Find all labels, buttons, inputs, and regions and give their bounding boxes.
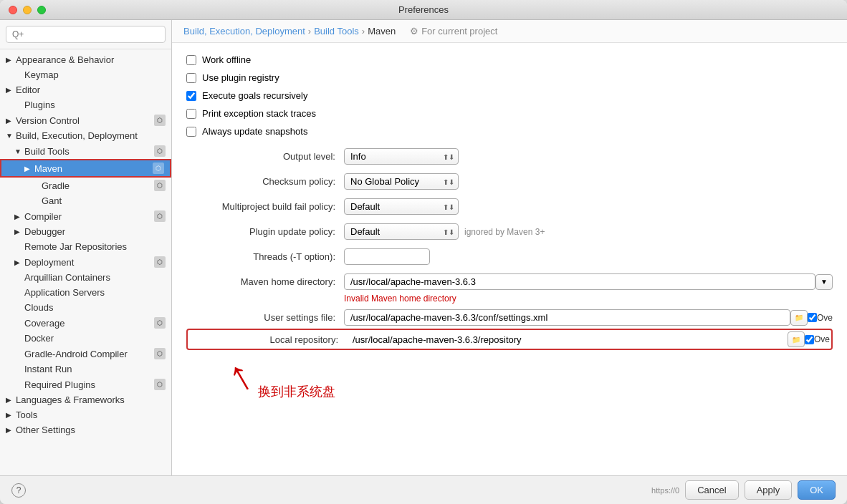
annotation-area: ↑ 换到非系统盘	[186, 362, 833, 400]
ignored-note: ignored by Maven 3+	[464, 227, 545, 237]
breadcrumb-sep2: ›	[362, 26, 365, 37]
plugin-update-policy-select-wrapper: Default Always Never ⬆⬇	[344, 223, 459, 240]
sidebar-item-arquillian[interactable]: Arquillian Containers	[0, 270, 171, 285]
badge-icon: ⬡	[153, 163, 164, 174]
breadcrumb: Build, Execution, Deployment › Build Too…	[172, 20, 847, 43]
sidebar-item-app-servers[interactable]: Application Servers	[0, 285, 171, 300]
user-settings-override-label: Ove	[817, 313, 833, 323]
help-button[interactable]: ?	[11, 483, 26, 498]
local-repo-override-label: Ove	[814, 334, 830, 344]
sidebar-item-keymap[interactable]: Keymap	[0, 67, 171, 82]
checkbox-use-plugin-registry: Use plugin registry	[186, 72, 833, 83]
sidebar-item-required-plugins[interactable]: Required Plugins ⬡	[0, 377, 171, 392]
sidebar-item-instant-run[interactable]: Instant Run	[0, 362, 171, 377]
checkbox-print-exception: Print exception stack traces	[186, 108, 833, 119]
sidebar-item-languages[interactable]: Languages & Frameworks	[0, 392, 171, 407]
user-settings-dropdown-button[interactable]: 📁	[790, 310, 808, 326]
local-repo-label: Local repository:	[189, 334, 347, 345]
output-level-select[interactable]: Info Debug Warning Error	[344, 148, 459, 165]
user-settings-label: User settings file:	[186, 312, 344, 323]
checksum-policy-select[interactable]: No Global Policy Warn Fail Ignore	[344, 173, 459, 190]
bottom-right-actions: https://0 Cancel Apply OK	[651, 480, 836, 500]
maximize-button[interactable]	[37, 6, 46, 14]
local-repo-input[interactable]	[347, 332, 788, 347]
threads-label: Threads (-T option):	[186, 251, 344, 262]
maven-home-row: Maven home directory: ▼	[186, 273, 833, 290]
arrow-icon	[6, 132, 14, 140]
checksum-policy-label: Checksum policy:	[186, 176, 344, 187]
arrow-icon	[14, 258, 23, 266]
maven-home-input[interactable]	[344, 273, 815, 290]
sidebar-item-editor[interactable]: Editor	[0, 82, 171, 97]
close-button[interactable]	[9, 6, 17, 14]
checkbox-work-offline: Work offline	[186, 54, 833, 65]
sidebar-item-debugger[interactable]: Debugger	[0, 224, 171, 239]
multiproject-policy-label: Multiproject build fail policy:	[186, 201, 344, 212]
user-settings-override-checkbox[interactable]	[808, 313, 817, 322]
minimize-button[interactable]	[23, 6, 32, 14]
sidebar-item-other-settings[interactable]: Other Settings	[0, 422, 171, 437]
sidebar-item-tools[interactable]: Tools	[0, 407, 171, 422]
breadcrumb-sep1: ›	[308, 26, 311, 37]
threads-input[interactable]	[344, 248, 430, 265]
annotation-arrow-icon: ↑	[220, 352, 260, 400]
plugin-update-policy-select[interactable]: Default Always Never	[344, 223, 459, 240]
use-plugin-registry-label: Use plugin registry	[202, 72, 279, 83]
output-level-label: Output level:	[186, 151, 344, 162]
user-settings-input[interactable]	[344, 309, 790, 326]
output-level-row: Output level: Info Debug Warning Error ⬆…	[186, 148, 833, 165]
sidebar-item-clouds[interactable]: Clouds	[0, 300, 171, 315]
sidebar-item-gradle-android[interactable]: Gradle-Android Compiler ⬡	[0, 346, 171, 362]
execute-goals-checkbox[interactable]	[186, 91, 196, 101]
breadcrumb-part1[interactable]: Build, Execution, Deployment	[183, 26, 305, 37]
local-repo-override-checkbox[interactable]	[805, 335, 814, 344]
threads-row: Threads (-T option):	[186, 248, 833, 265]
content-area: Build, Execution, Deployment › Build Too…	[172, 20, 847, 475]
maven-home-dropdown-button[interactable]: ▼	[815, 274, 833, 290]
use-plugin-registry-checkbox[interactable]	[186, 73, 196, 83]
sidebar: Appearance & Behavior Keymap Editor Plug…	[0, 20, 172, 475]
badge-icon: ⬡	[154, 180, 166, 191]
checkbox-execute-goals: Execute goals recursively	[186, 90, 833, 101]
ok-button[interactable]: OK	[798, 480, 836, 500]
sidebar-item-gant[interactable]: Gant	[0, 193, 171, 208]
work-offline-checkbox[interactable]	[186, 55, 196, 65]
maven-home-error: Invalid Maven home directory	[344, 294, 456, 304]
sidebar-item-build-execution[interactable]: Build, Execution, Deployment	[0, 128, 171, 143]
multiproject-policy-select[interactable]: Default Never Always At End	[344, 198, 459, 215]
apply-button[interactable]: Apply	[745, 480, 793, 500]
breadcrumb-part2[interactable]: Build Tools	[314, 26, 359, 37]
sidebar-item-deployment[interactable]: Deployment ⬡	[0, 254, 171, 270]
output-level-select-wrapper: Info Debug Warning Error ⬆⬇	[344, 148, 459, 165]
sidebar-item-remote-jar[interactable]: Remote Jar Repositories	[0, 239, 171, 254]
search-input[interactable]	[6, 26, 166, 43]
local-repo-dropdown-button[interactable]: 📁	[788, 331, 805, 347]
sidebar-item-version-control[interactable]: Version Control ⬡	[0, 112, 171, 128]
arrow-icon	[6, 426, 14, 434]
sidebar-items: Appearance & Behavior Keymap Editor Plug…	[0, 49, 171, 475]
badge-icon: ⬡	[154, 145, 166, 157]
checkbox-always-update: Always update snapshots	[186, 126, 833, 137]
badge-icon: ⬡	[154, 256, 166, 268]
cancel-button[interactable]: Cancel	[685, 480, 738, 500]
arrow-icon	[6, 411, 14, 419]
plugin-update-policy-label: Plugin update policy:	[186, 226, 344, 237]
title-bar: Preferences	[0, 0, 847, 20]
preferences-window: Preferences Appearance & Behavior Keymap…	[0, 0, 847, 504]
sidebar-item-compiler[interactable]: Compiler ⬡	[0, 208, 171, 224]
sidebar-item-plugins[interactable]: Plugins	[0, 97, 171, 112]
sidebar-item-appearance[interactable]: Appearance & Behavior	[0, 52, 171, 67]
always-update-checkbox[interactable]	[186, 127, 196, 137]
search-box	[0, 20, 171, 49]
sidebar-item-docker[interactable]: Docker	[0, 331, 171, 346]
sidebar-item-coverage[interactable]: Coverage ⬡	[0, 315, 171, 331]
sidebar-item-maven[interactable]: Maven ⬡	[0, 159, 171, 178]
badge-icon: ⬡	[154, 210, 166, 222]
work-offline-label: Work offline	[202, 54, 251, 65]
sidebar-item-build-tools[interactable]: Build Tools ⬡	[0, 143, 171, 159]
badge-icon: ⬡	[154, 115, 166, 126]
sidebar-item-gradle[interactable]: Gradle ⬡	[0, 178, 171, 193]
traffic-lights	[9, 6, 46, 14]
arrow-icon	[14, 147, 23, 155]
print-exception-checkbox[interactable]	[186, 109, 196, 119]
